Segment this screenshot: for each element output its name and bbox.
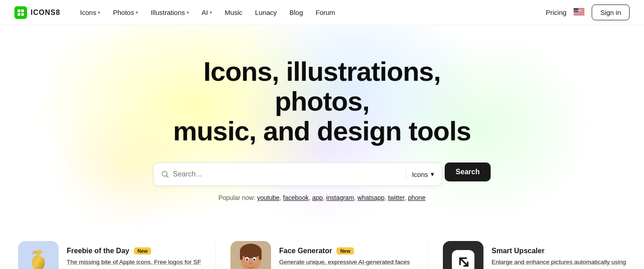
chevron-down-icon: ▾ — [210, 10, 212, 15]
svg-text:★★★★★★: ★★★★★★ — [574, 9, 582, 12]
svg-rect-2 — [18, 13, 20, 16]
nav-item-ai[interactable]: AI ▾ — [196, 6, 217, 19]
logo-text: ICONS8 — [31, 9, 60, 17]
svg-rect-9 — [574, 13, 584, 14]
card-upscaler: Smart Upscaler Enlarge and enhance pictu… — [443, 237, 626, 269]
search-icon — [161, 170, 169, 178]
popular-now: Popular now: youtube, facebook, app, ins… — [9, 194, 635, 201]
search-bar-wrapper: Icons ▾ Search — [9, 162, 635, 186]
svg-point-27 — [249, 263, 252, 264]
card-freebie-desc[interactable]: The missing bite of Apple icons. Free lo… — [67, 258, 201, 269]
svg-rect-19 — [240, 251, 243, 260]
card-thumb-freebie — [18, 241, 59, 269]
nav-item-lunacy[interactable]: Lunacy — [249, 6, 282, 19]
popular-link-phone[interactable]: phone — [408, 194, 426, 201]
upscaler-illustration — [443, 241, 483, 269]
svg-rect-1 — [21, 9, 24, 12]
chevron-down-icon: ▾ — [187, 10, 189, 15]
hero-title: Icons, illustrations, photos, music, and… — [164, 57, 480, 146]
svg-point-25 — [247, 259, 248, 260]
svg-rect-29 — [452, 250, 474, 269]
nav-item-illustrations[interactable]: Illustrations ▾ — [145, 6, 194, 19]
cards-section: Freebie of the Day New The missing bite … — [0, 228, 644, 269]
svg-rect-0 — [18, 9, 20, 12]
chevron-down-icon: ▾ — [136, 10, 138, 15]
svg-point-13 — [162, 172, 167, 176]
search-button[interactable]: Search — [445, 162, 490, 181]
pricing-link[interactable]: Pricing — [546, 9, 566, 16]
nav-item-forum[interactable]: Forum — [310, 6, 340, 19]
logo-link[interactable]: ICONS8 — [14, 6, 60, 19]
dropdown-chevron-icon: ▾ — [431, 170, 434, 178]
card-face-generator: Face Generator New Generate unique, expr… — [230, 237, 414, 269]
badge-new-face: New — [336, 247, 354, 255]
svg-point-24 — [253, 259, 256, 261]
navbar-right: Pricing ★★★★★★ Sign in — [546, 5, 630, 20]
card-face-title-row: Face Generator New — [279, 247, 414, 255]
svg-point-18 — [240, 244, 262, 258]
nav-item-icons[interactable]: Icons ▾ — [75, 6, 106, 19]
svg-point-26 — [254, 259, 255, 260]
hero-content: Icons, illustrations, photos, music, and… — [9, 57, 635, 201]
search-input[interactable] — [173, 170, 402, 178]
popular-link-twitter[interactable]: twitter — [388, 194, 405, 201]
card-thumb-upscaler — [443, 241, 483, 269]
svg-line-14 — [167, 176, 169, 178]
card-face-desc[interactable]: Generate unique, expressive AI-generated… — [279, 258, 414, 269]
card-upscaler-title-row: Smart Upscaler — [492, 247, 626, 255]
flag-icon: ★★★★★★ — [574, 8, 584, 15]
popular-link-youtube[interactable]: youtube — [257, 194, 280, 201]
card-upscaler-info: Smart Upscaler Enlarge and enhance pictu… — [492, 247, 626, 269]
nav-menu: Icons ▾ Photos ▾ Illustrations ▾ AI ▾ Mu… — [75, 6, 546, 19]
navbar: ICONS8 Icons ▾ Photos ▾ Illustrations ▾ … — [0, 0, 644, 25]
card-divider-1 — [216, 241, 216, 269]
logo-icon — [14, 6, 27, 19]
popular-link-app[interactable]: app — [312, 194, 322, 201]
card-upscaler-desc[interactable]: Enlarge and enhance pictures automatical… — [492, 258, 626, 269]
popular-link-instagram[interactable]: instagram — [326, 194, 354, 201]
popular-link-whatsapp[interactable]: whatsapp — [358, 194, 385, 201]
sign-in-button[interactable]: Sign in — [592, 5, 630, 20]
card-thumb-face — [230, 241, 271, 269]
svg-rect-8 — [574, 12, 584, 12]
badge-new-freebie: New — [134, 247, 152, 255]
card-face-title: Face Generator — [279, 247, 332, 255]
nav-item-blog[interactable]: Blog — [284, 6, 308, 19]
chevron-down-icon: ▾ — [98, 10, 100, 15]
apple-icon — [24, 247, 53, 269]
search-bar: Icons ▾ — [153, 162, 442, 186]
svg-point-23 — [246, 259, 248, 261]
face-illustration — [230, 241, 271, 269]
svg-rect-20 — [259, 251, 262, 260]
svg-rect-3 — [21, 13, 24, 16]
hero-section: Icons, illustrations, photos, music, and… — [0, 25, 644, 228]
search-dropdown[interactable]: Icons ▾ — [406, 167, 440, 181]
card-upscaler-title: Smart Upscaler — [492, 247, 544, 255]
svg-rect-10 — [574, 14, 584, 14]
svg-point-15 — [41, 252, 46, 258]
popular-link-facebook[interactable]: facebook — [283, 194, 309, 201]
card-divider-2 — [428, 241, 428, 269]
card-freebie-info: Freebie of the Day New The missing bite … — [67, 247, 201, 269]
nav-item-photos[interactable]: Photos ▾ — [107, 6, 143, 19]
language-flag[interactable]: ★★★★★★ — [574, 8, 584, 17]
card-freebie-title: Freebie of the Day — [67, 247, 129, 255]
card-freebie-title-row: Freebie of the Day New — [67, 247, 201, 255]
card-freebie: Freebie of the Day New The missing bite … — [18, 237, 201, 269]
card-face-info: Face Generator New Generate unique, expr… — [279, 247, 414, 269]
nav-item-music[interactable]: Music — [219, 6, 248, 19]
